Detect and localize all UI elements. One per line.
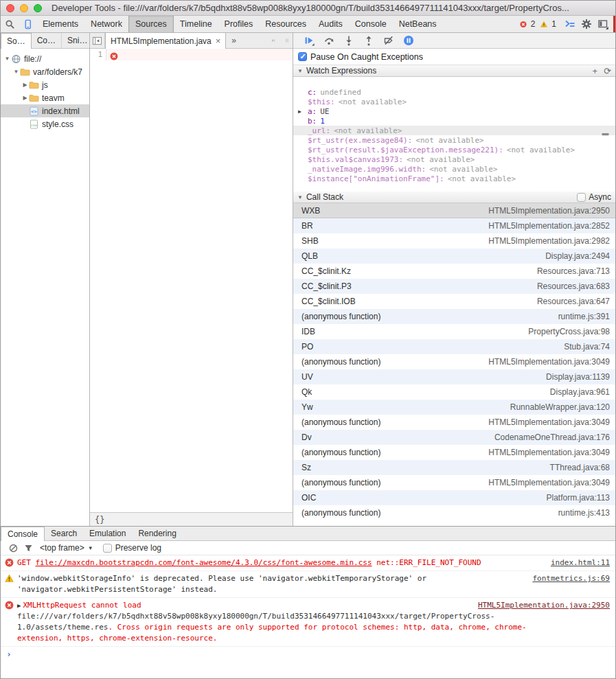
console-prompt[interactable]: › xyxy=(1,647,615,662)
minimize-window-button[interactable] xyxy=(20,4,28,12)
tab-netbeans[interactable]: NetBeans xyxy=(393,16,443,32)
source-location-link[interactable]: HTML5Implementation.java:2950 xyxy=(478,600,610,611)
tree-item-teavm[interactable]: ▶teavm xyxy=(1,91,89,104)
frame-selector[interactable]: <top frame> ▼ xyxy=(40,543,93,553)
drawer-tab-emulation[interactable]: Emulation xyxy=(83,527,132,540)
call-stack-frame[interactable]: SzTThread.java:68 xyxy=(293,460,615,475)
line-error-icon[interactable] xyxy=(110,51,118,59)
tree-item-js[interactable]: ▶js xyxy=(1,78,89,91)
watch-expression-row[interactable]: $this:<not available> xyxy=(293,97,615,106)
drawer-tab-search[interactable]: Search xyxy=(45,527,83,540)
frame-location[interactable]: TThread.java:68 xyxy=(550,463,610,472)
frame-location[interactable]: PropertyCross.java:98 xyxy=(528,327,610,336)
tab-profiles[interactable]: Profiles xyxy=(218,16,260,32)
deactivate-breakpoints-icon[interactable] xyxy=(378,35,398,46)
settings-gear-icon[interactable] xyxy=(578,19,595,30)
editor-body[interactable]: 1 xyxy=(90,49,293,512)
watch-expression-row[interactable]: c:undefined xyxy=(293,87,615,97)
call-stack-frame[interactable]: POStub.java:74 xyxy=(293,339,615,354)
frame-location[interactable]: Stub.java:74 xyxy=(564,342,610,352)
tab-resources[interactable]: Resources xyxy=(259,16,312,32)
expand-icon[interactable]: ▶ xyxy=(298,108,301,115)
pretty-print-button[interactable]: {} xyxy=(90,515,109,525)
watch-expression-row[interactable]: ▶a:UE xyxy=(293,106,615,116)
navigator-tab[interactable]: Sni… xyxy=(62,33,93,48)
frame-location[interactable]: Resources.java:683 xyxy=(537,281,610,291)
call-stack-frame[interactable]: (anonymous function)HTML5Implementation.… xyxy=(293,415,615,430)
navigator-tab[interactable]: Co… xyxy=(32,33,62,48)
frame-location[interactable]: HTML5Implementation.java:3049 xyxy=(488,478,610,487)
source-location-link[interactable]: fontmetrics.js:69 xyxy=(532,573,610,584)
tab-timeline[interactable]: Timeline xyxy=(174,16,218,32)
step-out-icon[interactable] xyxy=(358,35,378,46)
watch-expression-row[interactable]: $instance["onAnimationFrame"]:<not avail… xyxy=(293,174,615,183)
frame-location[interactable]: Resources.java:647 xyxy=(537,297,610,306)
device-mode-icon[interactable] xyxy=(19,16,36,32)
frame-location[interactable]: runtime.js:413 xyxy=(558,508,610,518)
message-link[interactable]: file://maxcdn.bootstrapcdn.com/font-awes… xyxy=(36,558,372,567)
tree-expand-icon[interactable]: ▼ xyxy=(12,69,20,75)
line-number[interactable]: 1 xyxy=(90,49,106,60)
source-location-link[interactable]: index.html:11 xyxy=(551,557,610,568)
pause-on-caught-checkbox[interactable] xyxy=(298,52,307,61)
step-into-icon[interactable] xyxy=(339,35,358,46)
tree-expand-icon[interactable]: ▼ xyxy=(3,56,11,62)
refresh-watch-icon[interactable]: ⟳ xyxy=(604,67,611,76)
console-drawer-icon[interactable] xyxy=(562,19,578,30)
frame-location[interactable]: Display.java:2494 xyxy=(545,251,610,261)
frame-location[interactable]: HTML5Implementation.java:3049 xyxy=(488,448,610,457)
call-stack-frame[interactable]: QkDisplay.java:961 xyxy=(293,384,615,400)
call-stack-frame[interactable]: SHBHTML5Implementation.java:2982 xyxy=(293,233,615,249)
tree-expand-icon[interactable]: ▶ xyxy=(21,95,29,101)
close-tab-icon[interactable]: × xyxy=(216,36,221,46)
tree-item-file-[interactable]: ▼file:// xyxy=(1,52,89,65)
watch-expressions-header[interactable]: ▼ Watch Expressions + ⟳ xyxy=(293,65,615,77)
call-stack-frame[interactable]: OICPlatform.java:113 xyxy=(293,490,615,505)
frame-location[interactable]: HTML5Implementation.java:2950 xyxy=(488,206,610,216)
frame-location[interactable]: runtime.js:391 xyxy=(558,312,610,321)
watch-expression-row[interactable]: _nativeImage.img996.width:<not available… xyxy=(293,164,615,174)
expand-icon[interactable]: ▶ xyxy=(17,602,21,609)
tree-item-var-folders-k7[interactable]: ▼var/folders/k7 xyxy=(1,65,89,78)
frame-location[interactable]: HTML5Implementation.java:3049 xyxy=(488,417,610,427)
dock-side-icon[interactable] xyxy=(595,19,611,30)
search-icon[interactable] xyxy=(1,16,19,32)
call-stack-header[interactable]: ▼ Call Stack Async xyxy=(293,192,615,203)
delete-watch-icon[interactable] xyxy=(602,129,609,133)
tab-sources[interactable]: Sources xyxy=(128,16,174,32)
call-stack-frame[interactable]: UVDisplay.java:1139 xyxy=(293,369,615,384)
tab-elements[interactable]: Elements xyxy=(36,16,84,32)
editor-empty-area[interactable] xyxy=(90,60,293,512)
call-stack-frame[interactable]: (anonymous function)HTML5Implementation.… xyxy=(293,475,615,490)
frame-location[interactable]: CodenameOneThread.java:176 xyxy=(494,433,610,442)
step-over-icon[interactable] xyxy=(319,35,339,46)
frame-location[interactable]: HTML5Implementation.java:2852 xyxy=(488,221,610,231)
add-watch-icon[interactable]: + xyxy=(593,67,598,76)
call-stack-frame[interactable]: (anonymous function)HTML5Implementation.… xyxy=(293,445,615,460)
watch-expression-row[interactable]: $this.val$canvas1973:<not available> xyxy=(293,154,615,164)
editor-tab[interactable]: HTML5Implementation.java × xyxy=(105,33,226,49)
call-stack-frame[interactable]: CC_$clinit.KzResources.java:713 xyxy=(293,264,615,279)
section-collapse-icon[interactable]: ▼ xyxy=(297,194,303,200)
watch-expression-row[interactable]: b:1 xyxy=(293,116,615,126)
frame-location[interactable]: HTML5Implementation.java:3049 xyxy=(488,357,610,367)
source-columns-icon[interactable] xyxy=(280,36,290,45)
tab-overflow-chevron[interactable]: » xyxy=(226,33,242,48)
drawer-tab-rendering[interactable]: Rendering xyxy=(132,527,182,540)
watch-expression-row[interactable]: _url:<not available> xyxy=(293,126,615,135)
tree-item-index-html[interactable]: <>index.html xyxy=(1,104,89,117)
section-collapse-icon[interactable]: ▼ xyxy=(297,68,303,74)
zoom-window-button[interactable] xyxy=(34,4,42,12)
resume-icon[interactable] xyxy=(299,35,319,46)
frame-location[interactable]: HTML5Implementation.java:2982 xyxy=(488,236,610,246)
error-badge[interactable]: 2 xyxy=(520,19,536,29)
call-stack-frame[interactable]: CC_$clinit.P3Resources.java:683 xyxy=(293,279,615,294)
call-stack-frame[interactable]: YwRunnableWrapper.java:120 xyxy=(293,400,615,415)
call-stack-frame[interactable]: (anonymous function)HTML5Implementation.… xyxy=(293,354,615,369)
preserve-log-checkbox[interactable] xyxy=(103,544,112,553)
close-window-button[interactable] xyxy=(6,4,14,12)
tab-network[interactable]: Network xyxy=(84,16,128,32)
run-icon[interactable] xyxy=(266,36,276,45)
tab-audits[interactable]: Audits xyxy=(312,16,349,32)
call-stack-frame[interactable]: DvCodenameOneThread.java:176 xyxy=(293,430,615,445)
